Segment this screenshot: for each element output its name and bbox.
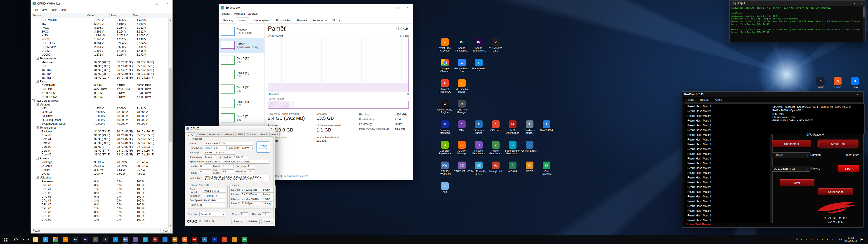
- desktop-icon[interactable]: V VEGAS Pro 15.0: [487, 37, 504, 58]
- taskbar-app-icon[interactable]: S: [100, 235, 110, 244]
- desktop-icon[interactable]: C CAM: [453, 120, 470, 140]
- column-header-value[interactable]: Value: [85, 13, 110, 18]
- desktop-icon[interactable]: HL HeavyLoad: [487, 161, 504, 181]
- tray-icon[interactable]: ●: [826, 238, 829, 241]
- menu-item[interactable]: Help: [59, 8, 68, 11]
- menu-item[interactable]: Upload: [686, 98, 694, 101]
- tab[interactable]: Uživatelé: [293, 18, 310, 24]
- sensor-row[interactable]: Utilization: [31, 176, 168, 179]
- sensor-row[interactable]: SYSFANIN 0 RPM 0 RPM 58695 RPM: [31, 83, 168, 87]
- desktop-icon[interactable]: 3D 3DMark Vantage: [453, 140, 470, 161]
- taskbar-app-icon[interactable]: HW: [120, 235, 130, 244]
- socket-selection-dropdown[interactable]: Socket #1: [199, 212, 225, 216]
- taskbar-app-icon[interactable]: RB: [190, 235, 200, 244]
- menu-item[interactable]: Tools: [49, 8, 59, 11]
- task-manager-titlebar[interactable]: Správce úloh – □ ×: [219, 4, 413, 11]
- stress-test-button[interactable]: Stress Test: [818, 140, 858, 147]
- desktop-icon[interactable]: S Superposition Benchmark: [504, 140, 521, 161]
- desktop-icon[interactable]: Google Chrome: [436, 58, 453, 79]
- menu-item[interactable]: Soubor: [220, 12, 232, 16]
- taskbar-app-icon[interactable]: [51, 235, 61, 244]
- taskbar-app-icon[interactable]: T: [110, 235, 120, 244]
- sensor-row[interactable]: Core #3 31 °C (87 °F) 28 °C (82 °F) 84 °…: [31, 145, 168, 149]
- column-header-max[interactable]: Max: [131, 13, 173, 18]
- tray-icon[interactable]: ●: [805, 238, 808, 241]
- tray-icon[interactable]: ■: [821, 238, 824, 241]
- sensor-row[interactable]: Temperatures: [31, 126, 168, 129]
- scrollbar-thumb[interactable]: [863, 6, 865, 18]
- desktop-icon[interactable]: M MSI Afterburner: [504, 120, 521, 140]
- perf-sidebar-item[interactable]: Paměť2,5/15,9 GB (16 %): [219, 38, 265, 53]
- sensor-row[interactable]: DRAM 1.00 W 0.90 W 4.60 W: [31, 172, 168, 176]
- taskbar-app-icon[interactable]: O: [230, 235, 240, 244]
- sensor-row[interactable]: GT Offset +0.000 V +0.000 V +0.000 V: [31, 114, 168, 118]
- close-button[interactable]: ×: [854, 92, 862, 97]
- desktop-icon[interactable]: U Uplay: [846, 77, 864, 90]
- search-button[interactable]: [11, 235, 21, 244]
- validate-button[interactable]: Validate: [246, 219, 260, 224]
- tab[interactable]: Bench: [258, 132, 269, 136]
- desktop-icon[interactable]: S Steam: [812, 77, 829, 90]
- sensor-row[interactable]: Package 30.81 W 26.89 W 213.48 W: [31, 160, 168, 164]
- sensor-row[interactable]: DRAM 1.408 V 1.400 V 1.416 V: [31, 49, 168, 53]
- minimize-button[interactable]: –: [142, 0, 152, 7]
- sensor-row[interactable]: AUXFANIN2 0 RPM 0 RPM 54000 RPM: [31, 95, 168, 99]
- duration-dropdown[interactable]: 8 Hours: [772, 152, 810, 158]
- sensor-row[interactable]: CPU #3 0 % 0 % 100 %: [31, 195, 168, 199]
- sensor-row[interactable]: VCCIO 1.272 V 1.264 V 1.272 V: [31, 53, 168, 57]
- taskbar-app-icon[interactable]: ▲: [61, 235, 70, 244]
- log-output-titlebar[interactable]: Log Output – ×: [730, 1, 865, 6]
- desktop-icon[interactable]: GZ TechPowerUp GPU-Z: [470, 161, 487, 181]
- sensor-row[interactable]: LLC/Ring Offset +0.000 V +0.000 V +0.000…: [31, 118, 168, 122]
- taskbar-app-icon[interactable]: Pr: [81, 235, 90, 244]
- close-button[interactable]: ×: [403, 4, 413, 11]
- sensor-row[interactable]: TMPIN5 33 °C (91 °F) 30 °C (86 °F) 84 °C…: [31, 76, 168, 80]
- sensor-row[interactable]: TMPIN4 37 °C (98 °F) 35 °C (95 °F) 48 °C…: [31, 72, 168, 76]
- sensor-row[interactable]: Uncore 3.41 W 1.61 W 9.77 W: [31, 168, 168, 172]
- tab[interactable]: Historie aplikací: [249, 18, 274, 24]
- collapse-toggle-icon[interactable]: [36, 103, 39, 106]
- sensor-row[interactable]: VCCST 1.240 V 1.232 V 1.248 V: [31, 37, 168, 41]
- desktop-icon[interactable]: L Corsair LINK 4: [521, 140, 538, 161]
- menu-item[interactable]: Results: [700, 98, 709, 101]
- maximize-button[interactable]: □: [393, 4, 403, 11]
- sensor-row[interactable]: CPU #8 0 % 0 % 100 %: [31, 214, 168, 218]
- sensor-row[interactable]: Package 34 °C (93 °F) 30 °C (86 °F) 86 °…: [31, 129, 168, 133]
- collapse-toggle-icon[interactable]: [36, 57, 39, 60]
- tab[interactable]: Graphics: [245, 132, 258, 136]
- taskbar-app-icon[interactable]: C: [220, 235, 230, 244]
- desktop-icon[interactable]: G GeForce Experience: [436, 140, 453, 161]
- scrollbar[interactable]: [863, 6, 865, 42]
- desktop-icon[interactable]: T TeamViewer 13: [470, 58, 487, 79]
- desktop-icon[interactable]: C Corsair Utility Engine: [436, 99, 453, 120]
- taskbar-app-icon[interactable]: TM: [240, 235, 250, 244]
- benchmark-button[interactable]: Benchmark: [772, 140, 811, 147]
- tray-icon[interactable]: ●: [815, 238, 819, 241]
- sensor-row[interactable]: Processor 0 % 0 % 100 %: [31, 179, 168, 183]
- perf-sidebar-item[interactable]: Disk 4 (C:)3 %: [219, 111, 265, 125]
- language-indicator[interactable]: CES: [837, 238, 842, 241]
- desktop-icon[interactable]: O Origin: [829, 77, 846, 90]
- sensor-row[interactable]: Core #2 32 °C (89 °F) 29 °C (84 °F) 86 °…: [31, 141, 168, 145]
- screenshot-button[interactable]: Screenshot: [818, 188, 853, 195]
- scrollbar-thumb[interactable]: [169, 68, 172, 142]
- desktop-icon[interactable]: HW CPUID HWMonitor: [436, 161, 453, 181]
- desktop-icon[interactable]: O OCCT: [521, 161, 538, 181]
- desktop-icon[interactable]: F F-Stream Tuning: [470, 120, 487, 140]
- sensor-row[interactable]: VID 1.370 V 1.369 V 1.434 V: [31, 106, 168, 110]
- taskbar-app-icon[interactable]: M: [150, 235, 160, 244]
- taskbar-app-icon[interactable]: i: [160, 235, 170, 244]
- tray-icon[interactable]: ▲: [800, 238, 803, 241]
- menu-item[interactable]: File: [32, 8, 39, 11]
- sensor-row[interactable]: 3VCC 3.296 V 3.264 V 3.312 V: [31, 30, 168, 33]
- sensor-row[interactable]: CPU #5 0 % 0 % 100 %: [31, 203, 168, 206]
- sensor-row[interactable]: CPU #4 3 % 0 % 100 %: [31, 199, 168, 203]
- start-button[interactable]: Start: [780, 179, 814, 186]
- tab[interactable]: Po spuštění: [273, 18, 293, 24]
- column-header-sensor[interactable]: Sensor: [31, 13, 85, 18]
- cpuz-titlebar[interactable]: CPU-Z – ×: [185, 126, 275, 131]
- desktop-icon[interactable]: A AIDA64: [504, 161, 521, 181]
- sensor-row[interactable]: +12V 11.904 V 11.712 V 12.000 V: [31, 33, 168, 37]
- sensor-row[interactable]: Intel Core i7-8700K: [31, 99, 168, 102]
- sensor-row[interactable]: +5V 5.040 V 5.010 V 5.040 V: [31, 22, 168, 26]
